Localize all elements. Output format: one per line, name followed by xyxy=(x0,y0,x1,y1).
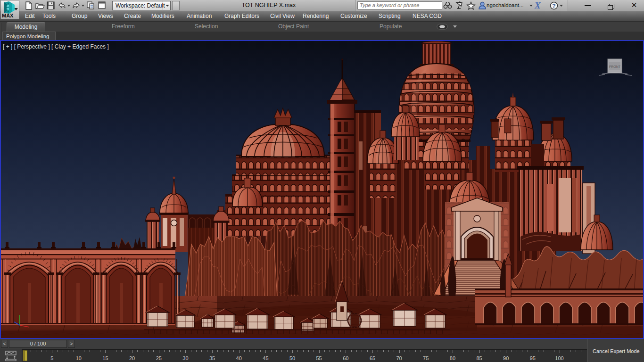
svg-text:X: X xyxy=(534,0,541,10)
svg-text:?: ? xyxy=(552,3,555,9)
svg-text:FRONT: FRONT xyxy=(609,65,621,68)
